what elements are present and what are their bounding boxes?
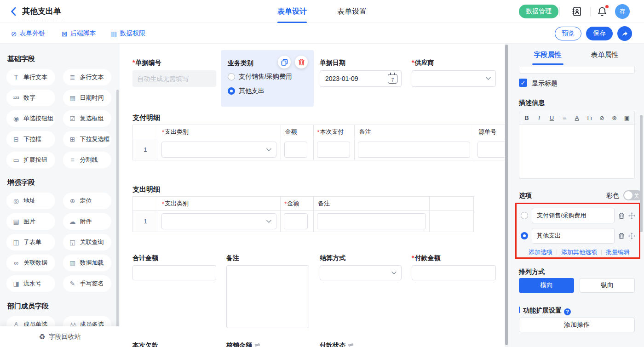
external-link-icon: ⊘ — [11, 30, 17, 37]
delete-option-button[interactable] — [618, 212, 625, 219]
field-item-serial-number[interactable]: ◨流水号 — [6, 275, 55, 292]
biz-type-option-1[interactable]: 支付销售/采购费用 — [228, 73, 292, 81]
pay-amount-input[interactable] — [412, 265, 496, 280]
supplier-select[interactable] — [412, 70, 496, 87]
batch-edit-link[interactable]: 批量编辑 — [606, 248, 630, 256]
option-text-input-2[interactable] — [532, 228, 615, 244]
field-item-data-load[interactable]: ▥数据加载 — [63, 255, 112, 271]
radio-checked-icon[interactable] — [228, 87, 235, 95]
move-option-handle[interactable] — [628, 233, 635, 239]
underline-icon[interactable]: U — [549, 114, 555, 121]
radio-checked-icon[interactable] — [521, 232, 528, 239]
selected-field-biz-type[interactable]: 业务类别 支付销售/采购费用 其他支出 — [221, 50, 314, 107]
field-item-location[interactable]: ⊕定位 — [63, 193, 112, 209]
doc-no-input[interactable] — [132, 70, 216, 87]
amount-input[interactable] — [284, 142, 307, 158]
field-item-relate-data[interactable]: ∞关联数据 — [6, 255, 55, 271]
remark-textarea[interactable] — [226, 265, 309, 328]
page-title[interactable]: 其他支出单 — [21, 6, 63, 20]
add-action-button[interactable]: 添加操作 — [519, 318, 635, 332]
amount-input[interactable] — [284, 213, 308, 229]
preview-button[interactable]: 预览 — [555, 27, 581, 40]
arrange-horizontal-button[interactable]: 横向 — [519, 278, 574, 293]
source-no-input[interactable] — [477, 142, 505, 158]
expense-col-remark: 备注 — [314, 197, 429, 211]
field-item-radio-group[interactable]: ◉单选按钮组 — [6, 110, 55, 127]
copy-field-button[interactable] — [278, 56, 291, 68]
font-color-icon[interactable]: A — [574, 114, 580, 121]
settle-method-select[interactable] — [320, 265, 402, 280]
sidebar-scrollbar[interactable] — [116, 90, 119, 347]
delete-field-button[interactable] — [295, 56, 308, 68]
field-title-input-partial[interactable] — [519, 67, 635, 74]
expense-type-select[interactable] — [161, 142, 276, 158]
options-label: 选项 — [519, 192, 532, 200]
expense-type-select[interactable] — [161, 213, 276, 229]
insert-image-icon[interactable]: ▣ — [624, 114, 630, 121]
panel-scrollbar-thumb[interactable] — [640, 115, 643, 232]
tab-form-settings[interactable]: 表单设置 — [337, 0, 367, 23]
description-editor-body[interactable] — [519, 125, 635, 179]
backend-script-link[interactable]: ⊠ 后端脚本 — [62, 29, 96, 38]
doc-date-picker[interactable]: 2023-01-09 7 — [320, 70, 402, 87]
italic-icon[interactable]: I — [536, 114, 542, 121]
data-manage-button[interactable]: 数据管理 — [519, 5, 558, 18]
font-size-icon[interactable]: Tᴛ — [586, 114, 592, 121]
this-payment-input[interactable] — [317, 142, 350, 158]
canvas-scrollbar[interactable] — [505, 44, 508, 347]
field-item-multi-text[interactable]: ≣多行文本 — [63, 69, 112, 85]
recycle-icon: ♻ — [39, 332, 45, 341]
field-item-label: 流水号 — [23, 279, 41, 288]
total-amount-input[interactable] — [132, 265, 216, 280]
biz-type-option-2[interactable]: 其他支出 — [228, 87, 264, 95]
field-item-checkbox-group[interactable]: ☑复选框组 — [63, 110, 112, 127]
field-label-debt: 本次欠款 — [132, 341, 158, 347]
help-icon[interactable]: ? — [564, 308, 571, 315]
add-option-link[interactable]: 添加选项 — [529, 248, 552, 256]
tab-form-design[interactable]: 表单设计 — [277, 0, 307, 23]
radio-unchecked-icon[interactable] — [521, 212, 528, 219]
arrange-vertical-button[interactable]: 纵向 — [580, 278, 635, 293]
field-item-image[interactable]: ▤图片 — [6, 213, 55, 230]
field-item-relate-query[interactable]: ◱关联查询 — [63, 234, 112, 250]
remark-input[interactable] — [317, 213, 426, 229]
data-permission-link[interactable]: ▥ 数据权限 — [110, 29, 145, 38]
field-recycle-bin[interactable]: ♻ 字段回收站 — [0, 326, 120, 347]
field-library-sidebar: 基础字段 T单行文本 ≣多行文本 123数字 ▦日期时间 ◉单选按钮组 ☑复选框… — [0, 44, 120, 347]
address-book-icon[interactable] — [571, 6, 582, 19]
field-item-datetime[interactable]: ▦日期时间 — [63, 90, 112, 106]
field-item-address[interactable]: ◎地址 — [6, 193, 55, 209]
field-item-attachment[interactable]: ☁附件 — [63, 213, 112, 230]
tab-form-properties[interactable]: 表单属性 — [591, 44, 619, 66]
field-item-signature[interactable]: ✎手写签名 — [63, 275, 112, 292]
add-other-option-link[interactable]: 添加其他选项 — [561, 248, 597, 256]
share-button[interactable] — [617, 26, 632, 41]
field-item-select[interactable]: ⊟下拉框 — [6, 131, 55, 148]
align-icon[interactable]: ≡ — [561, 114, 568, 121]
save-button[interactable]: 保存 — [586, 27, 613, 40]
avatar[interactable]: 存 — [615, 4, 630, 19]
show-title-checkbox[interactable]: ✓ — [519, 79, 527, 87]
canvas-scrollbar-thumb[interactable] — [505, 45, 508, 345]
delete-option-button[interactable] — [618, 233, 625, 239]
field-item-divider[interactable]: ≡分割线 — [63, 152, 112, 168]
back-icon[interactable] — [10, 7, 17, 18]
field-item-extend-button[interactable]: ▭扩展按钮 — [6, 152, 55, 168]
remark-input[interactable] — [358, 142, 470, 158]
option-text-input-1[interactable] — [532, 208, 615, 223]
tab-field-properties[interactable]: 字段属性 — [534, 44, 562, 66]
field-item-multi-select[interactable]: ⊞下拉复选框 — [63, 131, 112, 148]
chevron-down-icon — [391, 271, 397, 274]
pay-col-remark: 备注 — [355, 125, 474, 139]
field-item-single-text[interactable]: T单行文本 — [6, 69, 55, 85]
field-item-subform[interactable]: ◫子表单 — [6, 234, 55, 250]
notification-bell-icon[interactable] — [597, 6, 608, 19]
bold-icon[interactable]: B — [523, 114, 530, 121]
link-icon[interactable]: ⊘ — [599, 114, 605, 121]
unlink-icon[interactable]: ⊗ — [611, 114, 618, 121]
form-external-link[interactable]: ⊘ 表单外链 — [11, 29, 46, 38]
move-option-handle[interactable] — [628, 212, 635, 219]
field-item-number[interactable]: 123数字 — [6, 90, 55, 106]
trash-icon — [618, 233, 625, 239]
radio-unchecked-icon[interactable] — [228, 73, 235, 80]
